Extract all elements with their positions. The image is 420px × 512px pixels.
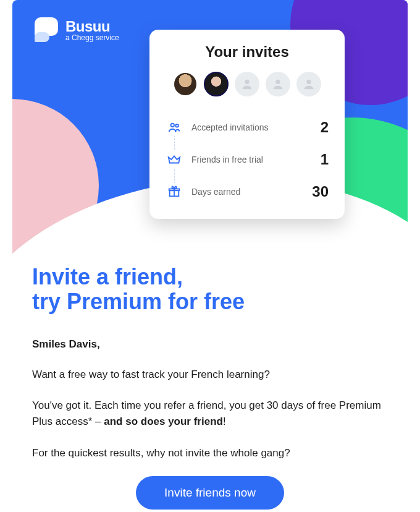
card-title: Your invites [166,43,329,61]
avatar-placeholder [266,72,290,96]
stat-value: 1 [321,151,329,168]
avatar [173,72,198,96]
avatar [204,72,229,96]
stat-label: Days earned [191,187,312,197]
stat-row-days: Days earned 30 [166,176,329,208]
stat-row-accepted: Accepted invitations 2 [166,111,329,143]
text: ! [223,416,226,427]
greeting: Smiles Davis, [32,338,388,351]
logo-tagline: a Chegg service [65,33,119,42]
people-icon [166,119,183,136]
paragraph: For the quickest results, why not invite… [32,445,388,461]
svg-point-4 [175,124,178,127]
invites-card: Your invites Accep [149,30,345,219]
headline: Invite a friend, try Premium for free [32,265,388,315]
stats-list: Accepted invitations 2 Friends in free t… [166,111,329,208]
svg-point-1 [275,80,280,84]
svg-point-2 [306,80,311,84]
logo-icon [35,17,59,42]
invite-friends-button[interactable]: Invite friends now [136,476,284,510]
logo: Busuu a Chegg service [35,17,119,42]
stat-row-trial: Friends in free trial 1 [166,143,329,176]
avatar-row [166,72,329,96]
content: Invite a friend, try Premium for free Sm… [12,254,408,510]
gift-icon [166,183,183,200]
stat-value: 2 [321,119,329,136]
avatar-placeholder [296,72,321,96]
stat-label: Accepted invitations [191,122,321,132]
crown-icon [166,151,183,168]
svg-point-0 [245,80,249,84]
paragraph: You've got it. Each time you refer a fri… [32,398,388,430]
logo-brand: Busuu [65,18,119,35]
svg-point-3 [171,124,175,127]
text-bold: and so does your friend [104,416,223,427]
hero: Busuu a Chegg service Your invites [12,0,408,254]
paragraph: Want a free way to fast track your Frenc… [32,367,388,383]
stat-label: Friends in free trial [191,155,321,164]
avatar-placeholder [235,72,259,96]
stat-value: 30 [312,183,329,200]
